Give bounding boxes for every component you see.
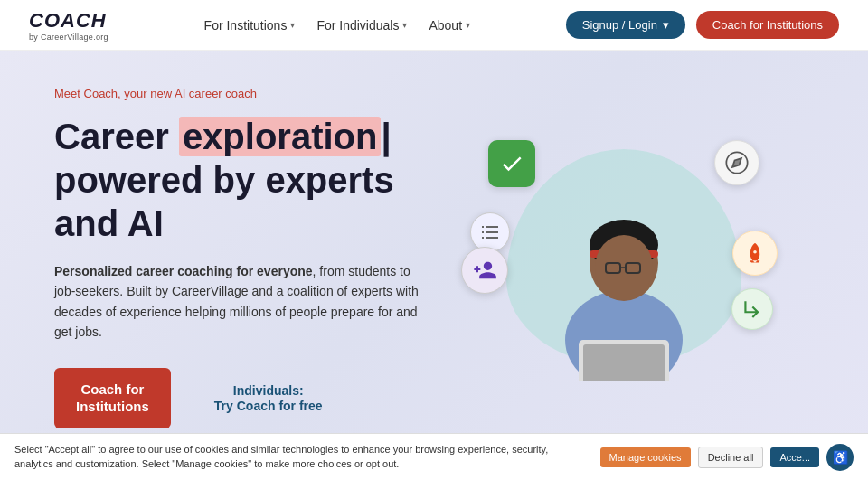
hero-tagline: Meet Coach, your new AI career coach (54, 87, 434, 100)
chevron-down-icon: ▾ (466, 20, 470, 30)
nav-links: For Institutions ▾ For Individuals ▾ Abo… (204, 18, 470, 33)
accept-all-button[interactable]: Acce... (770, 447, 819, 467)
hero-individuals: Individuals: Try Coach for free (214, 382, 323, 413)
manage-cookies-button[interactable]: Manage cookies (600, 447, 691, 467)
add-person-icon (461, 247, 508, 294)
hero-buttons: Coach forInstitutions Individuals: Try C… (54, 368, 434, 428)
task-list-icon (470, 212, 510, 252)
logo-text: COACH (29, 9, 108, 33)
signup-login-button[interactable]: Signup / Login ▾ (566, 11, 685, 39)
hero-title: Career exploration| powered by experts a… (54, 115, 434, 245)
coach-for-institutions-nav-button[interactable]: Coach for Institutions (696, 11, 839, 39)
cookie-bar: Select "Accept all" to agree to our use … (0, 433, 868, 480)
hero-description: Personalized career coaching for everyon… (54, 261, 434, 343)
hero-left: Meet Coach, your new AI career coach Car… (54, 87, 434, 428)
chevron-down-icon: ▾ (663, 18, 669, 32)
nav-about[interactable]: About ▾ (429, 18, 470, 33)
hero-right (434, 122, 814, 393)
cookie-text: Select "Accept all" to agree to our use … (14, 443, 586, 471)
coach-for-institutions-hero-button[interactable]: Coach forInstitutions (54, 368, 171, 428)
check-icon (488, 140, 535, 187)
navbar: COACH by CareerVillage.org For Instituti… (0, 0, 868, 51)
hero-section: Meet Coach, your new AI career coach Car… (0, 51, 868, 456)
logo: COACH by CareerVillage.org (29, 9, 108, 42)
decline-all-button[interactable]: Decline all (698, 447, 764, 468)
chevron-down-icon: ▾ (290, 20, 295, 30)
hero-person-image (533, 173, 714, 384)
chevron-down-icon: ▾ (402, 20, 407, 30)
accessibility-button[interactable]: ♿ (826, 444, 854, 471)
nav-individuals[interactable]: For Individuals ▾ (316, 18, 407, 33)
try-coach-free-link[interactable]: Try Coach for free (214, 399, 323, 413)
route-icon (731, 288, 773, 330)
rocket-icon (732, 231, 778, 276)
cookie-buttons: Manage cookies Decline all Acce... ♿ (600, 444, 854, 471)
hero-illustration (479, 131, 769, 384)
nav-cta-group: Signup / Login ▾ Coach for Institutions (566, 11, 839, 39)
nav-institutions[interactable]: For Institutions ▾ (204, 18, 296, 33)
compass-icon (714, 140, 760, 185)
svg-rect-10 (583, 344, 665, 381)
individuals-label: Individuals: (233, 383, 304, 398)
accessibility-icon: ♿ (833, 450, 848, 465)
logo-sub: by CareerVillage.org (29, 33, 108, 42)
